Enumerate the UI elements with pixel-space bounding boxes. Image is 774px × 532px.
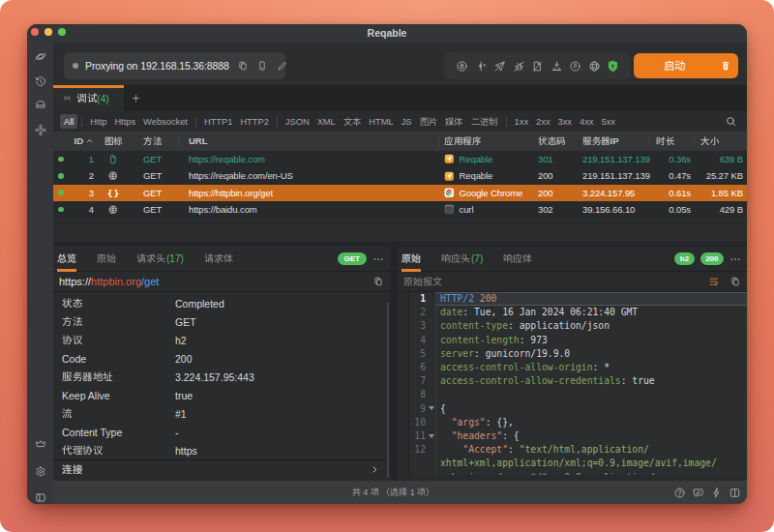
record-icon[interactable] <box>569 60 581 73</box>
column-header-4[interactable] <box>438 132 538 151</box>
filter-chip-http[interactable]: Http <box>86 114 110 129</box>
script-disabled-icon[interactable] <box>513 60 525 73</box>
copy-response-icon[interactable] <box>729 276 741 287</box>
column-header-7[interactable] <box>649 132 694 151</box>
column-header-1[interactable] <box>94 132 133 151</box>
filter-chip-websocket[interactable]: Websocket <box>139 114 192 129</box>
code-line: xhtml+xml,application/xml;q=0.9,image/av… <box>409 457 747 470</box>
more-options-icon[interactable] <box>729 253 741 265</box>
filter-chip-http2[interactable]: HTTP2 <box>236 114 272 129</box>
fold-icon[interactable] <box>429 406 434 410</box>
debug-sidebar-icon[interactable] <box>34 50 46 63</box>
certificate-icon[interactable] <box>607 60 619 73</box>
tab-debug[interactable]: (4) <box>53 85 124 111</box>
request-overview-fields: CompletedGETh2Code2003.224.157.95:443Kee… <box>53 292 390 481</box>
filter-chip-http1[interactable]: HTTP1 <box>200 114 236 129</box>
filter-chip-json[interactable]: JSON <box>282 114 313 129</box>
pane-tab-request-1[interactable] <box>97 247 116 272</box>
edit-proxy-icon[interactable] <box>277 60 288 72</box>
layout-columns-icon[interactable] <box>729 487 741 499</box>
table-row-3[interactable]: 3{}GEThttps://httpbin.org/getGoogle Chro… <box>53 185 747 201</box>
code-line-text: "Accept": "text/html,application/ <box>435 443 747 457</box>
soft-wrap-icon[interactable] <box>708 276 720 287</box>
settings-sidebar-icon[interactable] <box>34 465 46 478</box>
filter-chip-xml[interactable]: XML <box>313 114 340 129</box>
column-header-label <box>700 135 719 146</box>
premium-sidebar-icon[interactable] <box>34 437 46 450</box>
proxy-status-pill[interactable]: Proxying on 192.168.15.36:8888 <box>64 52 285 79</box>
filter-chip-https[interactable]: Https <box>110 114 139 129</box>
pane-tab-request-3[interactable] <box>204 247 233 272</box>
more-options-icon[interactable] <box>372 253 384 265</box>
scrollbar-thumb[interactable] <box>387 302 390 478</box>
search-icon[interactable] <box>725 115 737 128</box>
code-token: : gunicorn/19.9.0 <box>474 348 570 359</box>
start-button-label <box>634 53 715 78</box>
table-row-2[interactable]: 2GEThttps://reqable.com/en-USReqable2002… <box>53 167 747 184</box>
column-header-0[interactable]: ID <box>69 132 94 151</box>
field-value: true <box>175 390 193 401</box>
pane-tab-request-2[interactable]: (17) <box>136 247 184 272</box>
copy-proxy-icon[interactable] <box>237 60 249 72</box>
pane-tab-response-2[interactable] <box>503 247 532 272</box>
raw-message-subtab[interactable] <box>403 277 442 287</box>
url-scheme: https:// <box>59 276 91 287</box>
pane-tab-label <box>441 253 470 264</box>
filter-chip-3xx[interactable]: 3xx <box>554 114 576 129</box>
history-sidebar-icon[interactable] <box>34 75 46 88</box>
status-code-badge: 200 <box>700 252 724 265</box>
start-button[interactable] <box>634 53 738 78</box>
panel-toggle-sidebar-icon[interactable] <box>34 491 46 504</box>
fold-icon[interactable] <box>429 434 434 438</box>
response-raw-view[interactable]: 1HTTP/2 2002date: Tue, 16 Jan 2024 06:21… <box>408 292 747 475</box>
cell-status: 200 <box>538 188 582 198</box>
table-row-1[interactable]: 1GEThttps://reqable.comReqable301219.151… <box>53 151 747 167</box>
filter-chip-图片[interactable] <box>416 114 442 129</box>
pane-tab-response-0[interactable] <box>402 247 421 272</box>
column-header-6[interactable]: IP <box>582 132 649 151</box>
filter-chip-2xx[interactable]: 2xx <box>532 114 553 129</box>
phone-proxy-icon[interactable] <box>256 60 268 72</box>
updates-icon[interactable] <box>710 487 723 499</box>
sort-ascending-icon[interactable] <box>83 135 94 146</box>
breakpoint-icon[interactable] <box>475 60 488 73</box>
connection-section[interactable] <box>53 459 390 478</box>
filter-chip-媒体[interactable] <box>441 114 467 129</box>
app-name: Reqable <box>460 170 493 181</box>
clear-sessions-icon[interactable] <box>720 60 731 72</box>
capture-settings-icon[interactable] <box>456 60 468 73</box>
network-icon[interactable] <box>588 60 601 73</box>
column-header-2[interactable] <box>133 132 178 151</box>
help-icon[interactable] <box>673 487 686 499</box>
proxy-pill-icons <box>237 60 288 72</box>
filter-chip-5xx[interactable]: 5xx <box>597 114 618 129</box>
filter-chip-all[interactable]: All <box>60 114 77 129</box>
rewrite-disabled-icon[interactable] <box>493 60 506 73</box>
feedback-icon[interactable] <box>692 487 704 499</box>
pane-tab-response-1[interactable]: (7) <box>441 247 483 272</box>
table-header: IDURLIP <box>53 132 747 151</box>
filter-chip-4xx[interactable]: 4xx <box>576 114 597 129</box>
filter-chip-文本[interactable] <box>340 114 366 129</box>
filter-chip-html[interactable]: HTML <box>365 114 397 129</box>
column-header-8[interactable] <box>694 132 747 151</box>
column-header-5[interactable] <box>538 132 582 151</box>
pane-tab-request-0[interactable] <box>57 247 76 272</box>
import-icon[interactable] <box>551 60 563 73</box>
mock-disabled-icon[interactable] <box>531 60 544 73</box>
filter-chip-1xx[interactable]: 1xx <box>511 114 532 129</box>
filter-chip-js[interactable]: JS <box>398 114 416 129</box>
url-path: /get <box>141 276 159 287</box>
toolbar-actions <box>444 52 631 79</box>
toolbox-sidebar-icon[interactable] <box>34 124 46 136</box>
reqable-window: Reqable Proxying on 192.168.15.36:8888 (… <box>27 24 747 504</box>
column-header-label <box>538 135 566 146</box>
add-tab-button[interactable] <box>124 85 147 111</box>
pane-divider[interactable] <box>390 247 398 481</box>
table-row-4[interactable]: 4GEThttps://baidu.comcurl30239.156.66.10… <box>53 201 747 218</box>
copy-url-icon[interactable] <box>372 276 384 287</box>
column-header-3[interactable]: URL <box>178 132 438 151</box>
filter-chip-二进制[interactable] <box>467 114 502 129</box>
collection-sidebar-icon[interactable] <box>34 98 46 110</box>
field-label <box>53 371 175 383</box>
